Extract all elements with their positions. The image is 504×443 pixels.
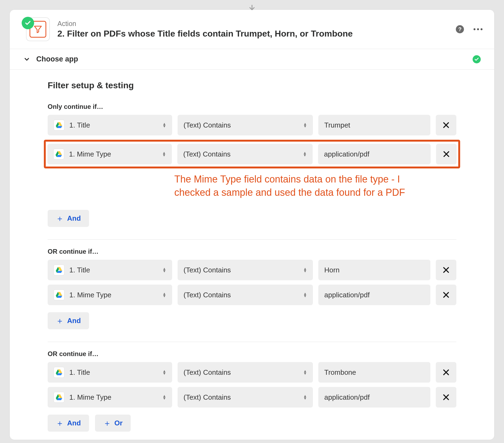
value-text: Horn (324, 266, 339, 274)
operator-selector[interactable]: (Text) Contains▲▼ (178, 285, 313, 305)
field-label: 1. Mime Type (69, 291, 112, 299)
help-icon[interactable]: ? (456, 25, 464, 33)
remove-rule-button[interactable] (436, 387, 456, 408)
svg-point-0 (474, 28, 476, 30)
value-input[interactable]: Horn (318, 260, 430, 280)
flow-arrow-icon (248, 5, 256, 11)
and-label: And (67, 317, 81, 325)
sort-icon: ▲▼ (303, 152, 307, 157)
filter-rule-row: 1. Mime Type▲▼(Text) Contains▲▼applicati… (47, 144, 457, 164)
plus-icon: ＋ (56, 319, 64, 323)
field-label: 1. Title (69, 368, 90, 377)
value-text: Trombone (324, 368, 356, 377)
group-label: OR continue if… (48, 248, 456, 255)
operator-label: (Text) Contains (184, 368, 231, 377)
google-drive-icon (54, 120, 64, 131)
section-complete-icon (473, 55, 481, 63)
operator-selector[interactable]: (Text) Contains▲▼ (178, 387, 313, 408)
google-drive-icon (54, 265, 64, 275)
remove-rule-button[interactable] (436, 144, 457, 164)
choose-app-label: Choose app (36, 55, 78, 63)
group-label: Only continue if… (48, 103, 456, 110)
field-selector[interactable]: 1. Title▲▼ (48, 362, 172, 383)
sort-icon: ▲▼ (303, 395, 307, 400)
add-and-button[interactable]: ＋And (48, 415, 89, 432)
operator-label: (Text) Contains (184, 291, 231, 299)
add-or-button[interactable]: ＋Or (95, 415, 131, 432)
value-input[interactable]: application/pdf (318, 144, 431, 164)
header-text: Action 2. Filter on PDFs whose Title fie… (57, 20, 448, 39)
value-input[interactable]: Trombone (318, 362, 430, 383)
action-title: 2. Filter on PDFs whose Title fields con… (57, 29, 448, 39)
filter-rule-row: 1. Title▲▼(Text) Contains▲▼Trombone (48, 362, 456, 383)
operator-label: (Text) Contains (183, 150, 231, 158)
card-header: Action 2. Filter on PDFs whose Title fie… (10, 10, 494, 49)
value-input[interactable]: Trumpet (318, 115, 430, 135)
sort-icon: ▲▼ (162, 370, 166, 375)
or-label: Or (114, 419, 123, 427)
add-and-button[interactable]: ＋And (48, 312, 89, 329)
more-menu-icon[interactable] (473, 28, 483, 31)
operator-label: (Text) Contains (184, 121, 231, 129)
value-text: application/pdf (324, 291, 370, 299)
value-text: application/pdf (324, 393, 370, 402)
filter-rule-row: 1. Title▲▼(Text) Contains▲▼Trumpet (48, 115, 456, 135)
operator-selector[interactable]: (Text) Contains▲▼ (178, 362, 313, 383)
operator-selector[interactable]: (Text) Contains▲▼ (178, 260, 313, 280)
field-label: 1. Mime Type (69, 150, 111, 158)
filter-rule-row: 1. Mime Type▲▼(Text) Contains▲▼applicati… (48, 387, 456, 408)
svg-point-1 (477, 28, 479, 30)
field-label: 1. Mime Type (69, 393, 112, 402)
add-and-button[interactable]: ＋And (48, 210, 89, 227)
sort-icon: ▲▼ (303, 268, 307, 272)
remove-rule-button[interactable] (436, 115, 456, 135)
action-card: Action 2. Filter on PDFs whose Title fie… (9, 9, 495, 440)
remove-rule-button[interactable] (436, 362, 456, 383)
sort-icon: ▲▼ (162, 123, 166, 128)
svg-point-2 (481, 28, 483, 30)
chevron-down-icon (23, 56, 30, 63)
annotation-text: The Mime Type field contains data on the… (174, 173, 413, 199)
google-drive-icon (53, 149, 64, 159)
google-drive-icon (54, 367, 64, 378)
value-input[interactable]: application/pdf (318, 387, 430, 408)
filter-rule-row: 1. Title▲▼(Text) Contains▲▼Horn (48, 260, 456, 280)
value-text: application/pdf (324, 150, 369, 158)
operator-selector[interactable]: (Text) Contains▲▼ (178, 115, 313, 135)
sort-icon: ▲▼ (162, 395, 166, 400)
plus-icon: ＋ (103, 421, 111, 425)
field-selector[interactable]: 1. Title▲▼ (48, 115, 172, 135)
sort-icon: ▲▼ (162, 268, 166, 272)
and-label: And (67, 214, 81, 223)
field-selector[interactable]: 1. Mime Type▲▼ (47, 144, 172, 164)
filter-rule-row: 1. Mime Type▲▼(Text) Contains▲▼applicati… (48, 285, 456, 305)
action-label: Action (57, 20, 448, 28)
sort-icon: ▲▼ (303, 123, 307, 128)
operator-label: (Text) Contains (184, 266, 231, 274)
operator-label: (Text) Contains (184, 393, 231, 402)
field-selector[interactable]: 1. Mime Type▲▼ (48, 285, 172, 305)
remove-rule-button[interactable] (436, 285, 456, 305)
and-label: And (67, 419, 81, 427)
annotation-highlight: 1. Mime Type▲▼(Text) Contains▲▼applicati… (44, 140, 460, 168)
filter-setup-body: Filter setup & testing Only continue if…… (10, 70, 494, 440)
google-drive-icon (54, 289, 64, 300)
operator-selector[interactable]: (Text) Contains▲▼ (177, 144, 313, 164)
setup-title: Filter setup & testing (48, 80, 456, 90)
group-divider (48, 239, 456, 240)
field-label: 1. Title (69, 121, 90, 129)
value-input[interactable]: application/pdf (318, 285, 430, 305)
choose-app-section[interactable]: Choose app (10, 49, 494, 70)
field-selector[interactable]: 1. Title▲▼ (48, 260, 172, 280)
plus-icon: ＋ (56, 421, 64, 425)
sort-icon: ▲▼ (303, 292, 307, 297)
plus-icon: ＋ (56, 216, 64, 220)
field-label: 1. Title (69, 266, 90, 274)
value-text: Trumpet (324, 121, 350, 129)
field-selector[interactable]: 1. Mime Type▲▼ (48, 387, 172, 408)
remove-rule-button[interactable] (436, 260, 456, 280)
sort-icon: ▲▼ (303, 370, 307, 375)
group-divider (48, 342, 456, 342)
group-label: OR continue if… (48, 350, 456, 358)
sort-icon: ▲▼ (162, 152, 166, 157)
